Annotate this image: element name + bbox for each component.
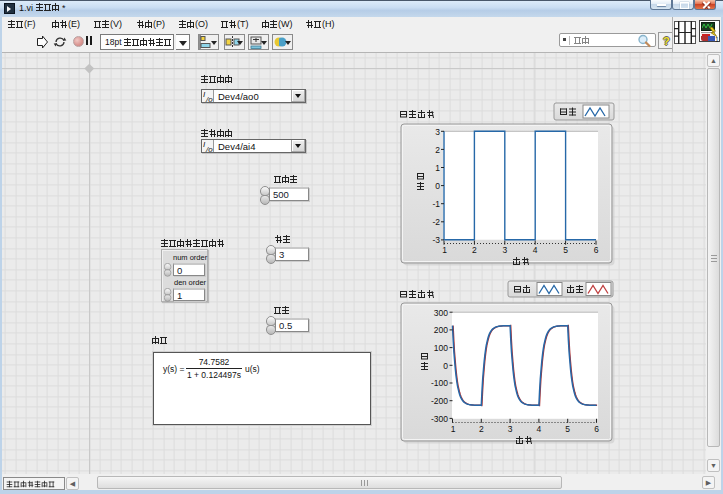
svg-text:100: 100 (434, 343, 448, 353)
svg-text:2: 2 (472, 245, 477, 255)
svg-text:-200: -200 (431, 396, 448, 406)
svg-text:3: 3 (435, 127, 440, 137)
svg-text:5: 5 (565, 424, 570, 434)
svg-text:6: 6 (594, 424, 599, 434)
svg-text:1: 1 (451, 424, 456, 434)
svg-text:300: 300 (434, 308, 448, 318)
svg-text:-300: -300 (431, 414, 448, 424)
svg-text:6: 6 (594, 245, 599, 255)
svg-text:3: 3 (502, 245, 507, 255)
svg-text:-100: -100 (431, 378, 448, 388)
svg-text:200: 200 (434, 325, 448, 335)
svg-text:4: 4 (537, 424, 542, 434)
svg-text:-3: -3 (432, 235, 440, 245)
svg-text:1: 1 (435, 163, 440, 173)
svg-text:0: 0 (443, 361, 448, 371)
svg-text:5: 5 (563, 245, 568, 255)
svg-text:3: 3 (508, 424, 513, 434)
svg-text:0: 0 (435, 181, 440, 191)
svg-text:4: 4 (533, 245, 538, 255)
svg-text:-1: -1 (432, 199, 440, 209)
svg-text:-2: -2 (432, 217, 440, 227)
svg-text:1: 1 (442, 245, 447, 255)
svg-text:2: 2 (479, 424, 484, 434)
svg-text:2: 2 (435, 145, 440, 155)
